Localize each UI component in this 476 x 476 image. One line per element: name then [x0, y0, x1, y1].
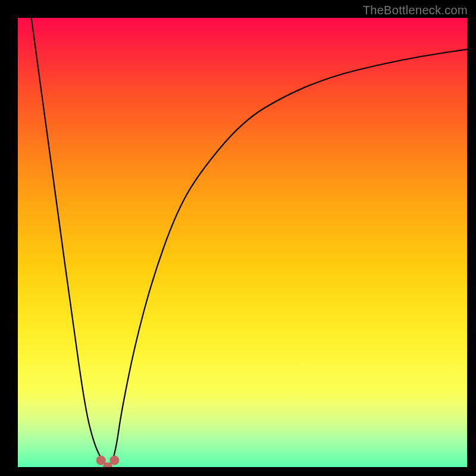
chart-frame: TheBottleneck.com [0, 0, 476, 476]
bottleneck-curve-line [32, 18, 467, 466]
curve-layer [18, 18, 467, 467]
plot-area [18, 18, 467, 467]
min-marker-dot [109, 456, 119, 465]
min-marker-dot [96, 456, 106, 465]
watermark-text: TheBottleneck.com [363, 4, 468, 17]
minimum-markers [96, 456, 120, 467]
